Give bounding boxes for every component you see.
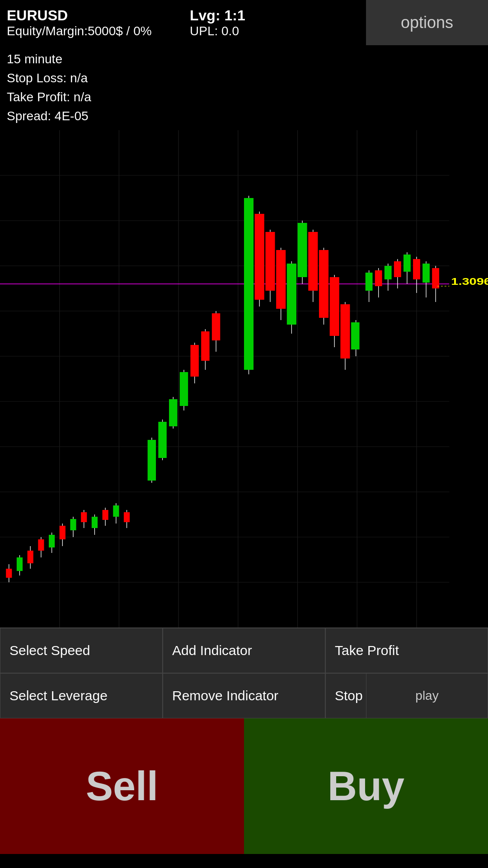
select-speed-label: Select Speed <box>9 643 90 658</box>
candlestick-chart: 1.30965 <box>0 130 488 627</box>
svg-rect-24 <box>28 551 33 563</box>
svg-rect-68 <box>298 223 307 277</box>
currency-pair: EURUSD <box>7 7 176 24</box>
svg-rect-74 <box>330 277 339 336</box>
take-profit-label: Take Profit: n/a <box>7 88 481 107</box>
sell-button[interactable]: Sell <box>0 718 244 854</box>
header-center: Lvg: 1:1 UPL: 0.0 <box>183 0 366 45</box>
svg-rect-42 <box>124 512 130 522</box>
svg-rect-50 <box>180 372 188 406</box>
svg-rect-30 <box>60 526 66 539</box>
remove-indicator-button[interactable]: Remove Indicator <box>163 673 325 718</box>
svg-rect-40 <box>113 505 119 517</box>
svg-rect-60 <box>255 214 264 300</box>
header-left: EURUSD Equity/Margin:5000$ / 0% <box>0 0 183 45</box>
svg-rect-82 <box>375 270 382 286</box>
select-speed-button[interactable]: Select Speed <box>0 628 163 673</box>
take-profit-button[interactable]: Take Profit <box>325 628 488 673</box>
buy-button[interactable]: Buy <box>244 718 488 854</box>
equity-margin: Equity/Margin:5000$ / 0% <box>7 24 176 38</box>
svg-rect-34 <box>81 512 87 522</box>
chart-area[interactable]: 1.30965 <box>0 130 488 627</box>
svg-rect-48 <box>169 399 177 426</box>
select-leverage-button[interactable]: Select Leverage <box>0 673 163 718</box>
svg-rect-70 <box>308 232 318 291</box>
svg-rect-22 <box>17 557 23 571</box>
svg-rect-32 <box>70 519 76 530</box>
svg-rect-58 <box>244 198 253 370</box>
svg-rect-38 <box>103 510 108 520</box>
play-button[interactable]: play <box>366 673 488 718</box>
add-indicator-label: Add Indicator <box>172 643 252 658</box>
svg-rect-76 <box>340 304 350 359</box>
svg-rect-72 <box>319 250 328 318</box>
upl-display: UPL: 0.0 <box>190 24 359 38</box>
svg-rect-52 <box>190 345 198 377</box>
controls-wrapper: Select Speed Add Indicator Take Profit S… <box>0 627 488 718</box>
spread-label: Spread: 4E-05 <box>7 107 481 126</box>
header: EURUSD Equity/Margin:5000$ / 0% Lvg: 1:1… <box>0 0 488 45</box>
leverage-display: Lvg: 1:1 <box>190 7 359 24</box>
svg-rect-94 <box>432 268 439 288</box>
timeframe-label: 15 minute <box>7 50 481 69</box>
svg-rect-88 <box>404 255 411 272</box>
trade-buttons: Sell Buy <box>0 718 488 854</box>
svg-rect-78 <box>351 322 359 349</box>
play-label: play <box>415 689 438 703</box>
stop-loss-label: Stop Loss: n/a <box>7 69 481 88</box>
options-button[interactable]: options <box>366 0 488 45</box>
svg-text:1.30965: 1.30965 <box>451 276 488 287</box>
svg-rect-84 <box>385 266 392 279</box>
sell-label: Sell <box>86 763 158 810</box>
svg-rect-86 <box>394 261 401 277</box>
svg-rect-62 <box>265 232 275 291</box>
remove-indicator-label: Remove Indicator <box>172 688 278 703</box>
svg-rect-56 <box>212 313 220 340</box>
svg-rect-26 <box>38 539 44 551</box>
buy-label: Buy <box>328 763 404 810</box>
chart-info: 15 minute Stop Loss: n/a Take Profit: n/… <box>0 45 488 130</box>
svg-rect-64 <box>276 250 286 309</box>
svg-rect-90 <box>413 259 420 279</box>
options-label: options <box>401 13 453 32</box>
select-leverage-label: Select Leverage <box>9 688 108 703</box>
add-indicator-button[interactable]: Add Indicator <box>163 628 325 673</box>
svg-rect-28 <box>49 535 55 547</box>
svg-rect-66 <box>287 264 296 325</box>
svg-rect-36 <box>92 517 98 528</box>
svg-rect-92 <box>422 264 430 283</box>
svg-rect-20 <box>6 569 12 578</box>
svg-rect-46 <box>158 422 166 458</box>
svg-rect-44 <box>148 440 156 481</box>
svg-rect-80 <box>366 273 373 291</box>
take-profit-label: Take Profit <box>335 643 399 658</box>
svg-rect-54 <box>201 331 209 361</box>
